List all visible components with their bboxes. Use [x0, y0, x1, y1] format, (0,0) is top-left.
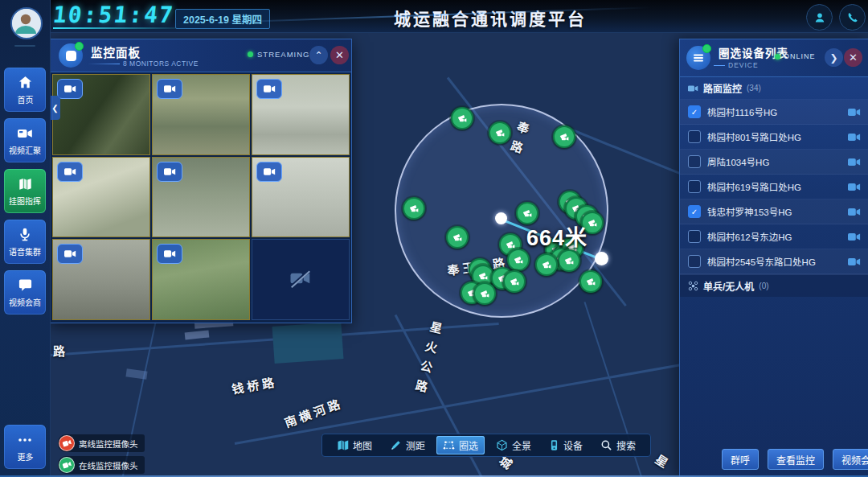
- road-label: 星: [653, 450, 674, 473]
- sidebar-item-video[interactable]: 视频汇聚: [4, 118, 46, 162]
- sidebar-item-map[interactable]: 挂图指挥: [4, 169, 46, 213]
- camera-off-icon: [289, 268, 313, 292]
- minimize-button[interactable]: ⌃: [309, 46, 328, 64]
- phone-icon[interactable]: [839, 4, 866, 31]
- video-tile-7[interactable]: [52, 239, 150, 320]
- road-label: 星火公路: [409, 319, 445, 401]
- video-tile-5[interactable]: [152, 157, 250, 238]
- user-icon[interactable]: [806, 4, 833, 31]
- digital-clock: 10:51:47: [51, 2, 175, 28]
- device-checkbox[interactable]: ✓: [688, 105, 701, 118]
- video-tile-9[interactable]: [252, 239, 350, 320]
- video-tile-2[interactable]: [152, 74, 250, 155]
- map-building: [185, 330, 210, 339]
- map-icon: [18, 176, 33, 192]
- video-tile-1[interactable]: [52, 74, 150, 155]
- road-label: 钱桥路: [231, 372, 279, 397]
- search-icon: [600, 439, 612, 451]
- tool-pano-button[interactable]: 全景: [489, 436, 538, 454]
- camera-icon[interactable]: [848, 257, 861, 266]
- pano-icon: [496, 439, 508, 451]
- online-status: ONLINE: [775, 52, 816, 60]
- device-checkbox[interactable]: [688, 255, 701, 268]
- device-checkbox[interactable]: [688, 155, 701, 168]
- road-label: 路: [53, 342, 68, 359]
- camera-marker[interactable]: [446, 226, 469, 249]
- video-conference-button[interactable]: 视频会商: [833, 449, 868, 470]
- tool-label: 地图: [353, 438, 372, 452]
- camera-marker[interactable]: [489, 121, 511, 144]
- sidebar-item-home[interactable]: 首页: [4, 68, 46, 112]
- device-checkbox[interactable]: ✓: [688, 205, 701, 218]
- device-name: 桃园村2545号东路口处HG: [707, 255, 841, 268]
- close-icon[interactable]: ✕: [330, 46, 349, 64]
- monitors-active-label: 8 MONITORS ACTIVE: [123, 60, 199, 68]
- camera-icon: [59, 457, 75, 473]
- camera-marker[interactable]: [535, 253, 558, 276]
- device-checkbox[interactable]: [688, 180, 701, 193]
- tool-device-button[interactable]: 设备: [542, 436, 589, 454]
- video-tile-3[interactable]: [252, 74, 350, 155]
- camera-icon[interactable]: [848, 183, 861, 191]
- expand-chevron-icon[interactable]: ❯: [825, 48, 843, 67]
- sidebar-item-more[interactable]: 更多: [4, 425, 46, 469]
- camera-marker[interactable]: [403, 197, 425, 220]
- streaming-status: STREAMING: [248, 50, 309, 59]
- device-row[interactable]: 桃园村801号路口处HG: [680, 125, 868, 150]
- device-checkbox[interactable]: [688, 130, 701, 143]
- device-row[interactable]: 桃园村612号东边HG: [680, 224, 868, 249]
- tool-map-button[interactable]: 地图: [330, 436, 379, 454]
- camera-marker[interactable]: [507, 249, 530, 271]
- panel-collapse-handle[interactable]: ❮: [50, 96, 60, 120]
- group-call-button[interactable]: 群呼: [722, 449, 759, 470]
- tool-measure-button[interactable]: 测距: [383, 436, 432, 454]
- device-icon: [549, 439, 559, 451]
- device-row[interactable]: ✓桃园村1116号HG: [680, 100, 868, 125]
- device-checkbox[interactable]: [688, 230, 701, 243]
- camera-icon[interactable]: [848, 232, 861, 241]
- device-name: 周陆1034号HG: [707, 155, 841, 168]
- camera-marker[interactable]: [451, 107, 473, 130]
- tool-lasso-button[interactable]: 圈选: [436, 436, 485, 454]
- chat-icon: [18, 278, 33, 294]
- tool-label: 测距: [406, 438, 425, 452]
- view-monitoring-button[interactable]: 查看监控: [768, 449, 824, 470]
- more-icon: [17, 432, 33, 448]
- group-drone[interactable]: 单兵/无人机 (0): [680, 274, 868, 297]
- avatar[interactable]: [10, 7, 43, 39]
- device-name: 桃园村801号路口处HG: [707, 130, 841, 143]
- camera-icon: [57, 79, 83, 99]
- camera-icon[interactable]: [848, 108, 861, 117]
- camera-marker[interactable]: [579, 270, 602, 293]
- online-dot: [248, 51, 253, 57]
- video-tile-6[interactable]: [252, 157, 350, 238]
- device-row[interactable]: 周陆1034号HG: [680, 150, 868, 175]
- video-tile-4[interactable]: [52, 157, 150, 238]
- camera-icon[interactable]: [848, 208, 861, 216]
- camera-icon[interactable]: [848, 133, 861, 142]
- mic-icon: [18, 227, 32, 243]
- camera-marker[interactable]: [503, 270, 526, 293]
- circle-edge-dot[interactable]: [595, 252, 608, 265]
- sidebar-item-chat[interactable]: 视频会商: [4, 270, 46, 315]
- video-tile-8[interactable]: [152, 239, 250, 320]
- date-badge: 2025-6-19 星期四: [175, 9, 270, 29]
- camera-icon: [157, 79, 182, 99]
- tool-search-button[interactable]: 搜索: [594, 436, 642, 454]
- video-icon: [17, 125, 33, 142]
- camera-marker[interactable]: [473, 282, 496, 305]
- sidebar-item-mic[interactable]: 语音集群: [4, 220, 46, 264]
- device-row[interactable]: 桃园村2545号东路口处HG: [680, 249, 868, 274]
- device-row[interactable]: 桃园村619号路口处HG: [680, 175, 868, 199]
- camera-marker[interactable]: [558, 249, 580, 272]
- camera-icon[interactable]: [848, 158, 861, 167]
- camera-icon: [157, 244, 182, 264]
- group-road-monitoring[interactable]: 路面监控 (34): [680, 77, 868, 99]
- device-row[interactable]: ✓钱忠村罗神153号HG: [680, 199, 868, 224]
- device-panel-icon: [686, 46, 710, 70]
- legend-label: 离线监控摄像头: [79, 438, 138, 450]
- close-icon[interactable]: ✕: [844, 48, 862, 67]
- camera-marker[interactable]: [553, 125, 575, 148]
- circle-center-dot[interactable]: [495, 212, 507, 224]
- monitor-panel-title: 监控面板: [91, 43, 141, 60]
